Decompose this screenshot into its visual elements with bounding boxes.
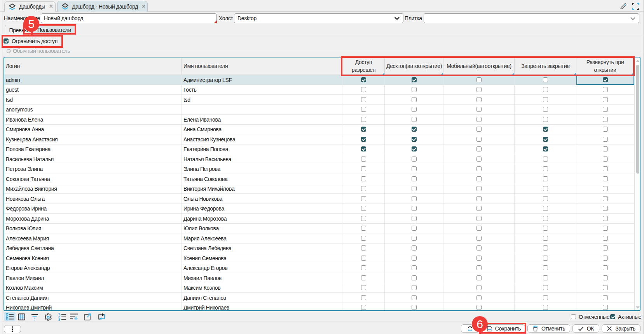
- svg-text:3: 3: [58, 318, 60, 321]
